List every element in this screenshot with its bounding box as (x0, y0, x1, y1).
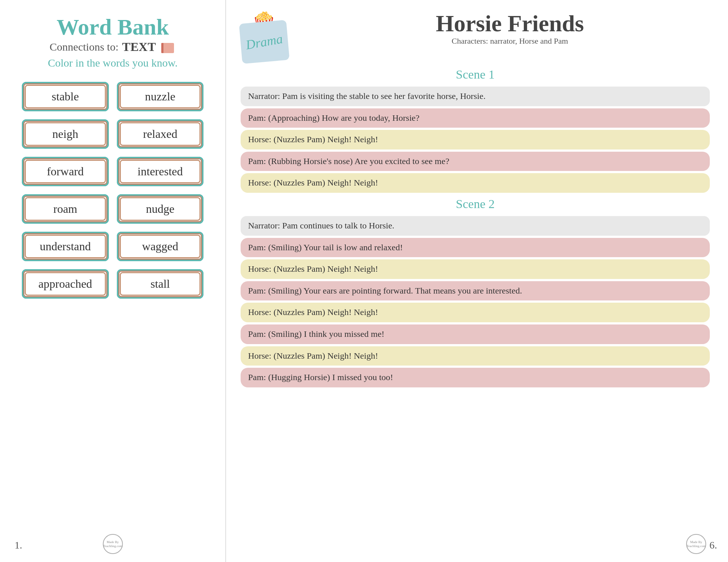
connections-label: Connections to: (50, 41, 118, 53)
story-title-block: Horsie Friends Characters: narrator, Hor… (310, 11, 710, 47)
bottom-logo-right: Made ByTeachling.com (686, 534, 706, 555)
page-number-left: 1. (15, 539, 22, 551)
dialogue-bubble: Narrator: Pam is visiting the stable to … (241, 87, 710, 106)
dialogue-container: Scene 1Narrator: Pam is visiting the sta… (241, 65, 710, 387)
right-header: 🍿 Drama Horsie Friends Characters: narra… (241, 11, 710, 62)
right-panel: 🍿 Drama Horsie Friends Characters: narra… (226, 0, 728, 562)
word-card: nuzzle (117, 82, 204, 111)
word-card: interested (117, 157, 204, 186)
page-number-right: 6. (709, 539, 717, 551)
dialogue-bubble: Pam: (Smiling) Your ears are pointing fo… (241, 281, 710, 301)
drama-badge-container: 🍿 Drama (241, 11, 299, 62)
left-logo-circle: Made ByTeachling.com (103, 534, 123, 554)
dialogue-bubble: Pam: (Rubbing Horsie's nose) Are you exc… (241, 152, 710, 171)
word-card: understand (22, 232, 109, 261)
connections-value: TEXT (122, 40, 156, 54)
scene-title: Scene 2 (241, 197, 710, 211)
characters-line: Characters: narrator, Horse and Pam (310, 36, 710, 46)
word-card: wagged (117, 232, 204, 261)
story-title: Horsie Friends (310, 11, 710, 36)
word-card: stall (117, 269, 204, 299)
word-card: approached (22, 269, 109, 299)
word-card: nudge (117, 194, 204, 224)
dialogue-bubble: Horse: (Nuzzles Pam) Neigh! Neigh! (241, 346, 710, 366)
connections-line: Connections to: TEXT (50, 40, 176, 54)
dialogue-bubble: Pam: (Approaching) How are you today, Ho… (241, 108, 710, 128)
word-card: relaxed (117, 119, 204, 149)
dialogue-bubble: Pam: (Smiling) Your tail is low and rela… (241, 238, 710, 258)
drama-label: Drama (245, 31, 284, 52)
word-card: roam (22, 194, 109, 224)
book-icon (159, 40, 176, 54)
color-instruction: Color in the words you know. (48, 57, 178, 69)
dialogue-bubble: Pam: (Hugging Horsie) I missed you too! (241, 368, 710, 387)
dialogue-bubble: Horse: (Nuzzles Pam) Neigh! Neigh! (241, 303, 710, 322)
dialogue-bubble: Narrator: Pam continues to talk to Horsi… (241, 216, 710, 236)
dialogue-bubble: Horse: (Nuzzles Pam) Neigh! Neigh! (241, 259, 710, 279)
dialogue-bubble: Horse: (Nuzzles Pam) Neigh! Neigh! (241, 173, 710, 193)
word-grid: stablenuzzleneighrelaxedforwardintereste… (18, 82, 207, 299)
word-card: stable (22, 82, 109, 111)
dialogue-bubble: Horse: (Nuzzles Pam) Neigh! Neigh! (241, 130, 710, 150)
word-card: neigh (22, 119, 109, 149)
scene-title: Scene 1 (241, 68, 710, 81)
word-bank-title: Word Bank (57, 15, 169, 39)
left-panel: Word Bank Connections to: TEXT Color in … (0, 0, 225, 562)
dialogue-bubble: Pam: (Smiling) I think you missed me! (241, 324, 710, 344)
word-card: forward (22, 157, 109, 186)
bottom-logo-left: Made ByTeachling.com (103, 534, 123, 555)
right-logo-circle: Made ByTeachling.com (686, 534, 706, 554)
drama-badge: Drama (239, 20, 290, 64)
